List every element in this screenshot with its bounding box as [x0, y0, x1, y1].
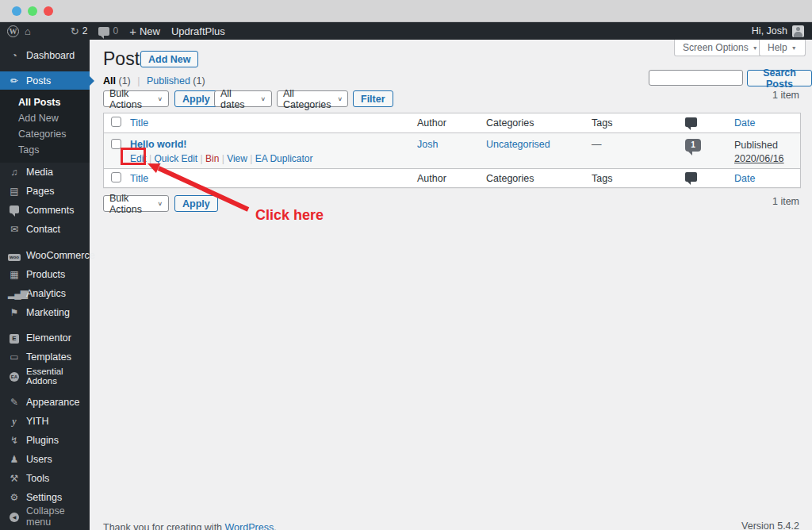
- apply-button-bottom[interactable]: Apply: [174, 195, 218, 212]
- sidebar-item-marketing[interactable]: ⚑ Marketing: [0, 303, 90, 322]
- sidebar-item-woocommerce[interactable]: woo WooCommerce: [0, 246, 90, 265]
- edit-link[interactable]: Edit: [130, 153, 147, 164]
- bin-link[interactable]: Bin: [205, 153, 219, 164]
- select-all-checkbox[interactable]: [111, 117, 121, 127]
- apply-button[interactable]: Apply: [174, 90, 218, 107]
- quick-edit-link[interactable]: Quick Edit: [155, 153, 198, 164]
- column-title-sort[interactable]: Title: [130, 173, 417, 184]
- column-date-sort[interactable]: Date: [734, 117, 800, 129]
- screen-options-button[interactable]: Screen Options ▼: [674, 40, 767, 56]
- main-content: Screen Options ▼ Help ▼ Posts Add New Al…: [90, 40, 812, 530]
- author-link[interactable]: Josh: [417, 139, 438, 150]
- sidebar-item-posts[interactable]: ✏ Posts: [0, 71, 90, 90]
- sidebar-item-comments[interactable]: Comments: [0, 201, 90, 220]
- sidebar-item-label: WooCommerce: [26, 250, 95, 261]
- sidebar-item-media[interactable]: ♫ Media: [0, 163, 90, 182]
- wordpress-link[interactable]: WordPress: [225, 522, 274, 530]
- elementor-icon: E: [8, 332, 21, 344]
- comments-column-icon: [685, 117, 697, 127]
- category-link[interactable]: Uncategorised: [486, 139, 550, 150]
- updates-menu[interactable]: ↻ 2: [65, 22, 94, 40]
- sidebar-item-label: Essential Addons: [26, 367, 90, 386]
- column-categories: Categories: [486, 117, 592, 129]
- column-tags: Tags: [592, 173, 685, 184]
- sidebar-item-add-new[interactable]: Add New: [0, 110, 90, 126]
- action-separator: |: [149, 153, 151, 164]
- sidebar-item-appearance[interactable]: ✎ Appearance: [0, 393, 90, 412]
- post-title-link[interactable]: Hello world!: [130, 139, 187, 150]
- chevron-down-icon: ∨: [157, 201, 163, 207]
- sidebar-item-label: Media: [26, 167, 53, 178]
- bulk-actions-select[interactable]: Bulk Actions ∨: [103, 90, 169, 107]
- ea-duplicator-link[interactable]: EA Duplicator: [255, 153, 313, 164]
- footer-thanks-suffix: .: [274, 522, 276, 530]
- search-posts-button[interactable]: Search Posts: [747, 70, 812, 86]
- sidebar-item-settings[interactable]: ⚙ Settings: [0, 488, 90, 507]
- collapse-arrow-icon: ◀: [8, 511, 21, 522]
- sidebar-item-collapse-menu[interactable]: ◀ Collapse menu: [0, 507, 90, 526]
- sidebar-item-tags[interactable]: Tags: [0, 142, 90, 158]
- sidebar-item-label: Collapse menu: [26, 505, 90, 528]
- sidebar-item-label: Plugins: [26, 435, 59, 446]
- sidebar-item-elementor[interactable]: E Elementor: [0, 328, 90, 348]
- sidebar-item-label: Posts: [26, 75, 51, 86]
- view-link[interactable]: View: [227, 153, 247, 164]
- chevron-down-icon: ∨: [157, 96, 163, 102]
- comment-count-bubble[interactable]: 1: [685, 139, 701, 152]
- sidebar-item-essential-addons[interactable]: EA Essential Addons: [0, 367, 90, 386]
- new-label: New: [140, 25, 160, 37]
- column-title-sort[interactable]: Title: [130, 117, 417, 129]
- search-input[interactable]: [649, 70, 743, 86]
- yith-icon: y: [8, 417, 21, 426]
- dates-filter-select[interactable]: All dates ∨: [214, 90, 272, 107]
- post-status: Published: [734, 140, 778, 151]
- sidebar-item-templates[interactable]: ▭ Templates: [0, 348, 90, 367]
- bulk-actions-value: Bulk Actions: [109, 88, 151, 110]
- traffic-light-green-icon[interactable]: [28, 6, 37, 16]
- footer-thanks-prefix: Thank you for creating with: [103, 522, 225, 530]
- sidebar-item-products[interactable]: ▦ Products: [0, 265, 90, 284]
- sidebar-item-dashboard[interactable]: ◔ Dashboard: [0, 46, 90, 65]
- sidebar-item-contact[interactable]: ✉ Contact: [0, 220, 90, 239]
- new-content-menu[interactable]: + New: [124, 22, 166, 40]
- view-all-link[interactable]: All: [103, 75, 116, 86]
- essential-addons-icon: EA: [8, 371, 21, 382]
- sidebar-item-all-posts[interactable]: All Posts: [0, 94, 90, 110]
- sidebar-item-tools[interactable]: ⚒ Tools: [0, 469, 90, 488]
- sidebar-item-categories[interactable]: Categories: [0, 126, 90, 142]
- footer-version-text: Version 5.4.2: [741, 520, 799, 530]
- add-new-button[interactable]: Add New: [140, 51, 198, 67]
- pages-icon: ▤: [8, 186, 21, 196]
- sidebar-item-yith[interactable]: y YITH: [0, 412, 90, 431]
- sidebar-item-pages[interactable]: ▤ Pages: [0, 182, 90, 201]
- select-all-checkbox[interactable]: [111, 172, 121, 182]
- date-cell: Published 2020/06/16: [734, 133, 800, 166]
- traffic-light-red-icon[interactable]: [44, 6, 53, 16]
- categories-filter-select[interactable]: All Categories ∨: [277, 90, 348, 107]
- updraftplus-label: UpdraftPlus: [171, 25, 225, 37]
- sidebar-item-users[interactable]: ♟ Users: [0, 450, 90, 469]
- action-separator: |: [222, 153, 224, 164]
- sidebar-item-label: Tools: [26, 473, 49, 484]
- greeting-text: Hi, Josh: [752, 25, 787, 36]
- filter-button[interactable]: Filter: [353, 90, 393, 107]
- my-account-menu[interactable]: Hi, Josh: [752, 25, 812, 37]
- sidebar-item-analytics[interactable]: ▂▄▆ Analytics: [0, 284, 90, 303]
- sidebar-item-label: Settings: [26, 492, 62, 503]
- row-checkbox[interactable]: [111, 139, 121, 149]
- home-icon: ⌂: [25, 25, 31, 37]
- column-date-sort[interactable]: Date: [734, 173, 800, 184]
- sidebar-item-label: Elementor: [26, 332, 71, 344]
- updraftplus-menu[interactable]: UpdraftPlus: [166, 22, 231, 40]
- bulk-actions-select-bottom[interactable]: Bulk Actions ∨: [103, 195, 169, 212]
- gear-icon: ⚙: [8, 493, 21, 502]
- comments-icon: [98, 27, 109, 36]
- comments-menu[interactable]: 0: [93, 22, 124, 40]
- view-published-link[interactable]: Published: [147, 75, 190, 86]
- help-button[interactable]: Help ▼: [759, 40, 806, 56]
- site-home-menu[interactable]: ⌂: [19, 22, 36, 40]
- wordpress-logo-icon[interactable]: W: [7, 25, 19, 37]
- traffic-light-blue-icon[interactable]: [12, 6, 21, 16]
- sidebar-item-plugins[interactable]: ↯ Plugins: [0, 431, 90, 450]
- table-footer-row: Title Author Categories Tags Date: [104, 168, 800, 187]
